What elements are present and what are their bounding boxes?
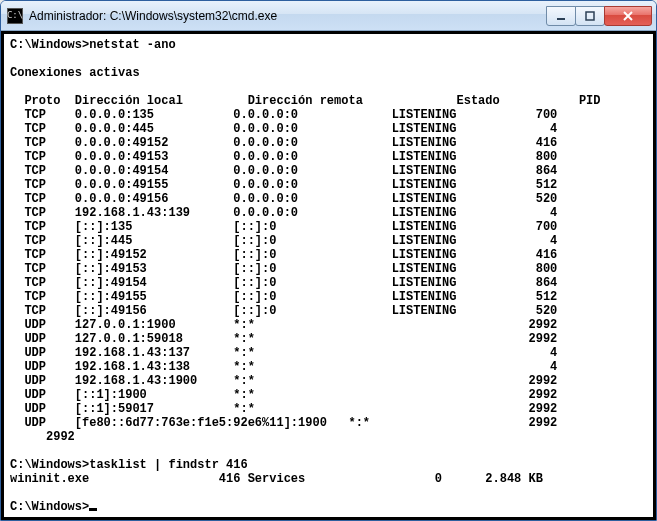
close-button[interactable] (604, 6, 652, 26)
minimize-icon (556, 11, 566, 21)
titlebar[interactable]: C:\ Administrador: C:\Windows\system32\c… (1, 1, 656, 31)
close-icon (622, 11, 634, 21)
window-title: Administrador: C:\Windows\system32\cmd.e… (29, 9, 547, 23)
svg-rect-0 (557, 18, 565, 20)
terminal-output[interactable]: C:\Windows>netstat -ano Conexiones activ… (4, 34, 653, 517)
minimize-button[interactable] (546, 6, 576, 26)
maximize-icon (585, 11, 595, 21)
window-buttons (547, 6, 652, 26)
cursor (89, 508, 97, 511)
cmd-icon: C:\ (7, 8, 23, 24)
svg-rect-1 (586, 12, 594, 20)
cmd-window: C:\ Administrador: C:\Windows\system32\c… (0, 0, 657, 521)
content-frame: C:\Windows>netstat -ano Conexiones activ… (1, 31, 656, 520)
maximize-button[interactable] (575, 6, 605, 26)
